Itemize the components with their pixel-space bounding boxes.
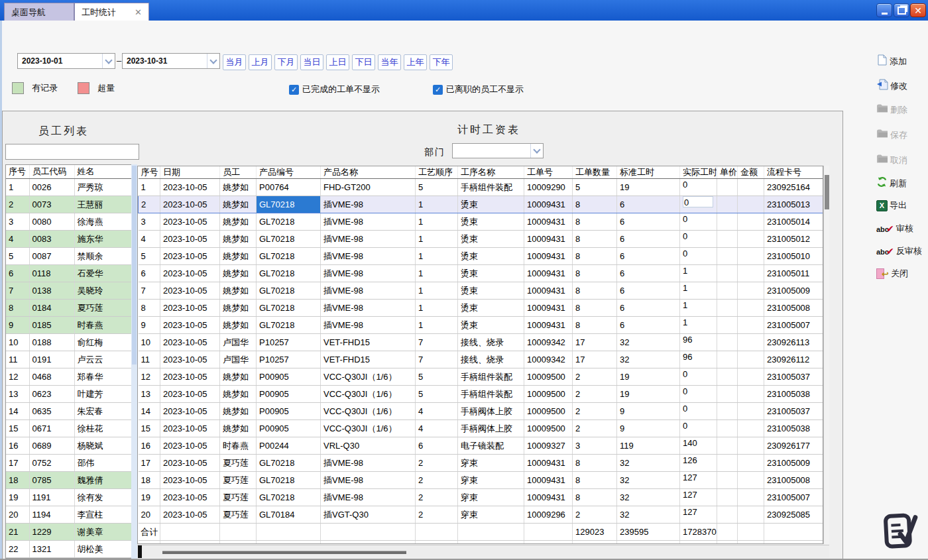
wage-row[interactable]: 32023-10-05姚梦如GL70218插VME-981烫束100094318… — [139, 213, 824, 231]
cell-employee[interactable]: 时春燕 — [220, 437, 257, 455]
cell-no[interactable]: 11 — [139, 351, 160, 368]
cell-process-name[interactable]: 烫束 — [458, 317, 524, 334]
employee-row[interactable]: 30080徐海燕 — [6, 213, 132, 231]
employee-row[interactable]: 140635朱宏春 — [6, 403, 132, 420]
dropdown-button[interactable] — [207, 54, 219, 68]
wage-row[interactable]: 72023-10-05姚梦如GL70218插VME-981烫束100094318… — [139, 282, 824, 300]
cell-std-hours[interactable]: 32 — [617, 489, 680, 506]
cell-no[interactable]: 16 — [139, 437, 160, 455]
cell-process-order[interactable]: 5 — [416, 179, 458, 196]
column-header-process-order[interactable]: 工艺顺序 — [416, 166, 458, 179]
cell-amount[interactable] — [738, 351, 764, 368]
cell-order-no[interactable]: 10009500 — [524, 386, 573, 403]
cell-product-name[interactable]: VCC-Q30JI（1/6） — [321, 386, 416, 403]
cell-employee[interactable]: 夏巧莲 — [220, 455, 257, 472]
cell-no[interactable]: 10 — [139, 334, 160, 351]
cell-product-name[interactable]: 插VME-98 — [321, 489, 416, 506]
cell-no[interactable]: 10 — [6, 334, 29, 351]
cell-flow-card-no[interactable]: 230925164 — [764, 179, 824, 196]
cell-process-order[interactable]: 2 — [416, 455, 458, 472]
cell-std-hours[interactable]: 19 — [617, 368, 680, 386]
cell-actual-hours[interactable]: 0 — [680, 368, 717, 386]
cell-name[interactable]: 郑春华 — [74, 368, 132, 386]
cell-amount[interactable] — [738, 231, 764, 248]
cell-code[interactable]: 0623 — [29, 386, 74, 403]
cell-date[interactable]: 2023-10-05 — [160, 248, 220, 265]
cell-product-code[interactable]: GL70218 — [257, 213, 321, 231]
close-exit-button[interactable]: ↩关闭 — [876, 268, 908, 280]
cell-process-order[interactable]: 2 — [416, 472, 458, 489]
cell-product-name[interactable]: 插VME-98 — [321, 300, 416, 317]
cell-order-no[interactable]: 10009431 — [524, 472, 573, 489]
employee-row[interactable]: 40083施东华 — [6, 231, 132, 248]
department-combobox[interactable] — [452, 143, 544, 158]
cell-date[interactable]: 2023-10-05 — [160, 300, 220, 317]
cell-employee[interactable]: 姚梦如 — [220, 403, 257, 420]
cell-code[interactable]: 0635 — [29, 403, 74, 420]
unaudit-button[interactable]: abc✔反审核 — [876, 245, 922, 257]
cell-unit-price[interactable] — [717, 213, 738, 231]
cell-product-code[interactable]: P00905 — [257, 403, 321, 420]
cell-code[interactable]: 0188 — [29, 334, 74, 351]
wage-row[interactable]: 152023-10-05姚梦如P00905VCC-Q30JI（1/6）4手柄阀体… — [139, 420, 824, 437]
wage-vertical-scrollbar[interactable] — [823, 166, 829, 544]
cell-std-hours[interactable]: 32 — [617, 455, 680, 472]
cell-product-code[interactable]: GL70218 — [257, 317, 321, 334]
cell-order-qty[interactable]: 8 — [573, 455, 617, 472]
cell-employee[interactable]: 姚梦如 — [220, 317, 257, 334]
cell-order-qty[interactable]: 8 — [573, 231, 617, 248]
quick-range-button[interactable]: 上月 — [249, 54, 272, 70]
cell-code[interactable]: 0184 — [29, 300, 74, 317]
cell-order-qty[interactable]: 2 — [573, 386, 617, 403]
cell-process-order[interactable]: 1 — [416, 196, 458, 213]
cell-flow-card-no[interactable]: 231005011 — [764, 265, 824, 282]
cell-process-order[interactable]: 5 — [416, 368, 458, 386]
cell-process-order[interactable]: 1 — [416, 213, 458, 231]
wage-row[interactable]: 132023-10-05姚梦如P00905VCC-Q30JI（1/6）5手柄组件… — [139, 386, 824, 403]
cell-no[interactable]: 13 — [139, 386, 160, 403]
cell-date[interactable]: 2023-10-05 — [160, 317, 220, 334]
cell-amount[interactable] — [738, 317, 764, 334]
cell-amount[interactable] — [738, 420, 764, 437]
cell-no[interactable]: 3 — [6, 213, 29, 231]
cell-product-code[interactable]: GL70218 — [257, 455, 321, 472]
cell-name[interactable]: 吴晓玲 — [74, 282, 132, 300]
cell-process-order[interactable]: 4 — [416, 403, 458, 420]
cell-flow-card-no[interactable]: 231005010 — [764, 248, 824, 265]
cell-employee[interactable]: 卢国华 — [220, 334, 257, 351]
cell-actual-hours[interactable]: 126 — [680, 455, 717, 472]
cell-code[interactable]: 0185 — [29, 317, 74, 334]
cell-date[interactable]: 2023-10-05 — [160, 403, 220, 420]
wage-row[interactable]: 182023-10-05夏巧莲GL70218插VME-982穿束10009431… — [139, 472, 824, 489]
cell-no[interactable]: 2 — [139, 196, 160, 213]
cell-name[interactable]: 谢美章 — [74, 524, 132, 541]
cell-actual-hours[interactable]: 96 — [680, 334, 717, 351]
cell-product-name[interactable]: VCC-Q30JI（1/6） — [321, 420, 416, 437]
cell-unit-price[interactable] — [717, 455, 738, 472]
employee-row[interactable]: 60118石爱华 — [6, 265, 132, 282]
cell-employee[interactable]: 姚梦如 — [220, 213, 257, 231]
cell-code[interactable]: 0083 — [29, 231, 74, 248]
cell-order-no[interactable]: 10009327 — [524, 437, 573, 455]
checkbox-item[interactable]: ✓已离职的员工不显示 — [433, 84, 524, 95]
cell-date[interactable]: 2023-10-05 — [160, 231, 220, 248]
cell-product-name[interactable]: 插VME-98 — [321, 248, 416, 265]
cell-code[interactable]: 0138 — [29, 282, 74, 300]
cell-std-hours[interactable]: 6 — [617, 231, 680, 248]
column-header-employee[interactable]: 员工 — [220, 166, 257, 179]
cell-std-hours[interactable]: 6 — [617, 265, 680, 282]
cell-process-name[interactable]: 电子镜装配 — [458, 437, 524, 455]
employee-row[interactable]: 180785魏雅倩 — [6, 472, 132, 489]
employee-row[interactable]: 20073王慧丽 — [6, 196, 132, 213]
cell-date[interactable]: 2023-10-05 — [160, 334, 220, 351]
cell-amount[interactable] — [738, 455, 764, 472]
cell-name[interactable]: 杨晓斌 — [74, 437, 132, 455]
cell-amount[interactable] — [738, 437, 764, 455]
employee-row[interactable]: 50087禁顺余 — [6, 248, 132, 265]
employee-row[interactable]: 90185时春燕 — [6, 317, 132, 334]
cell-product-code[interactable]: GL70218 — [257, 231, 321, 248]
cell-unit-price[interactable] — [717, 248, 738, 265]
cell-flow-card-no[interactable]: 230926112 — [764, 351, 824, 368]
cell-flow-card-no[interactable]: 231005007 — [764, 489, 824, 506]
wage-row[interactable]: 162023-10-05时春燕P00244VRL-Q306电子镜装配100093… — [139, 437, 824, 455]
